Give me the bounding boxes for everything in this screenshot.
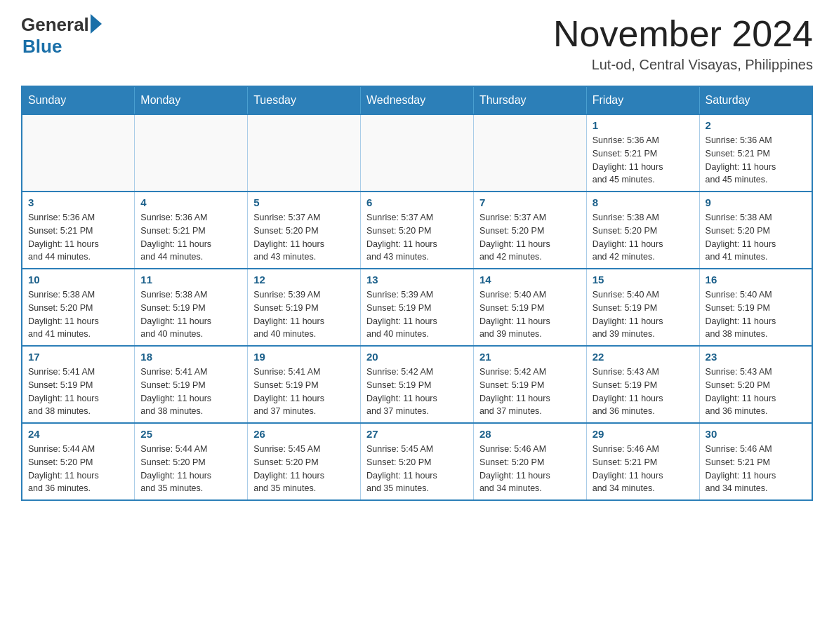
day-number: 25 — [140, 428, 241, 440]
day-info: Sunrise: 5:38 AM Sunset: 5:20 PM Dayligh… — [28, 288, 128, 341]
day-number: 29 — [593, 428, 694, 440]
main-title: November 2024 — [553, 14, 813, 54]
day-info: Sunrise: 5:44 AM Sunset: 5:20 PM Dayligh… — [28, 443, 128, 495]
calendar-cell: 7Sunrise: 5:37 AM Sunset: 5:20 PM Daylig… — [473, 192, 586, 269]
calendar-week-row: 10Sunrise: 5:38 AM Sunset: 5:20 PM Dayli… — [22, 269, 812, 346]
calendar-cell — [22, 114, 135, 192]
calendar-cell: 6Sunrise: 5:37 AM Sunset: 5:20 PM Daylig… — [361, 192, 474, 269]
day-number: 17 — [28, 351, 128, 363]
day-info: Sunrise: 5:42 AM Sunset: 5:19 PM Dayligh… — [366, 365, 468, 418]
day-info: Sunrise: 5:40 AM Sunset: 5:19 PM Dayligh… — [706, 288, 806, 341]
day-number: 19 — [253, 351, 355, 363]
calendar-cell: 2Sunrise: 5:36 AM Sunset: 5:21 PM Daylig… — [699, 114, 812, 192]
calendar-cell: 22Sunrise: 5:43 AM Sunset: 5:19 PM Dayli… — [586, 346, 699, 423]
day-info: Sunrise: 5:36 AM Sunset: 5:21 PM Dayligh… — [706, 134, 806, 187]
day-number: 24 — [28, 428, 128, 440]
calendar-cell — [248, 114, 361, 192]
calendar-cell: 26Sunrise: 5:45 AM Sunset: 5:20 PM Dayli… — [248, 423, 361, 500]
day-number: 13 — [366, 274, 468, 286]
day-number: 27 — [366, 428, 468, 440]
calendar-week-row: 3Sunrise: 5:36 AM Sunset: 5:21 PM Daylig… — [22, 192, 812, 269]
calendar-cell: 10Sunrise: 5:38 AM Sunset: 5:20 PM Dayli… — [22, 269, 135, 346]
day-info: Sunrise: 5:37 AM Sunset: 5:20 PM Dayligh… — [479, 211, 581, 264]
calendar-cell: 3Sunrise: 5:36 AM Sunset: 5:21 PM Daylig… — [22, 192, 135, 269]
day-info: Sunrise: 5:40 AM Sunset: 5:19 PM Dayligh… — [593, 288, 694, 341]
day-info: Sunrise: 5:38 AM Sunset: 5:20 PM Dayligh… — [706, 211, 806, 264]
day-info: Sunrise: 5:36 AM Sunset: 5:21 PM Dayligh… — [28, 211, 128, 264]
day-info: Sunrise: 5:37 AM Sunset: 5:20 PM Dayligh… — [366, 211, 468, 264]
day-info: Sunrise: 5:37 AM Sunset: 5:20 PM Dayligh… — [253, 211, 355, 264]
calendar-cell: 11Sunrise: 5:38 AM Sunset: 5:19 PM Dayli… — [135, 269, 248, 346]
day-number: 1 — [593, 119, 694, 131]
day-number: 11 — [140, 274, 241, 286]
calendar-header-row: SundayMondayTuesdayWednesdayThursdayFrid… — [22, 86, 812, 114]
calendar-cell: 13Sunrise: 5:39 AM Sunset: 5:19 PM Dayli… — [361, 269, 474, 346]
calendar-cell: 19Sunrise: 5:41 AM Sunset: 5:19 PM Dayli… — [248, 346, 361, 423]
page-header: General Blue November 2024 Lut-od, Centr… — [21, 14, 813, 73]
day-number: 4 — [140, 196, 241, 208]
day-number: 8 — [593, 196, 694, 208]
day-number: 26 — [253, 428, 355, 440]
day-info: Sunrise: 5:41 AM Sunset: 5:19 PM Dayligh… — [140, 365, 241, 418]
calendar-cell — [361, 114, 474, 192]
day-info: Sunrise: 5:41 AM Sunset: 5:19 PM Dayligh… — [28, 365, 128, 418]
subtitle: Lut-od, Central Visayas, Philippines — [553, 57, 813, 73]
day-info: Sunrise: 5:41 AM Sunset: 5:19 PM Dayligh… — [253, 365, 355, 418]
day-number: 21 — [479, 351, 581, 363]
day-number: 10 — [28, 274, 128, 286]
day-info: Sunrise: 5:36 AM Sunset: 5:21 PM Dayligh… — [593, 134, 694, 187]
calendar-cell: 24Sunrise: 5:44 AM Sunset: 5:20 PM Dayli… — [22, 423, 135, 500]
day-number: 12 — [253, 274, 355, 286]
day-number: 16 — [706, 274, 806, 286]
calendar-cell: 9Sunrise: 5:38 AM Sunset: 5:20 PM Daylig… — [699, 192, 812, 269]
calendar-day-header: Sunday — [22, 86, 135, 114]
calendar-cell — [135, 114, 248, 192]
calendar-week-row: 24Sunrise: 5:44 AM Sunset: 5:20 PM Dayli… — [22, 423, 812, 500]
logo-general-text: General — [21, 14, 89, 36]
day-number: 23 — [706, 351, 806, 363]
day-number: 15 — [593, 274, 694, 286]
day-info: Sunrise: 5:42 AM Sunset: 5:19 PM Dayligh… — [479, 365, 581, 418]
calendar-week-row: 17Sunrise: 5:41 AM Sunset: 5:19 PM Dayli… — [22, 346, 812, 423]
day-number: 18 — [140, 351, 241, 363]
calendar-cell — [473, 114, 586, 192]
calendar-day-header: Tuesday — [248, 86, 361, 114]
calendar-cell: 27Sunrise: 5:45 AM Sunset: 5:20 PM Dayli… — [361, 423, 474, 500]
logo-blue-text: Blue — [22, 36, 62, 58]
day-number: 22 — [593, 351, 694, 363]
day-info: Sunrise: 5:43 AM Sunset: 5:20 PM Dayligh… — [706, 365, 806, 418]
day-info: Sunrise: 5:46 AM Sunset: 5:20 PM Dayligh… — [479, 443, 581, 495]
calendar-cell: 25Sunrise: 5:44 AM Sunset: 5:20 PM Dayli… — [135, 423, 248, 500]
calendar-cell: 29Sunrise: 5:46 AM Sunset: 5:21 PM Dayli… — [586, 423, 699, 500]
calendar-cell: 21Sunrise: 5:42 AM Sunset: 5:19 PM Dayli… — [473, 346, 586, 423]
calendar-day-header: Wednesday — [361, 86, 474, 114]
calendar-cell: 17Sunrise: 5:41 AM Sunset: 5:19 PM Dayli… — [22, 346, 135, 423]
day-info: Sunrise: 5:46 AM Sunset: 5:21 PM Dayligh… — [706, 443, 806, 495]
calendar-cell: 14Sunrise: 5:40 AM Sunset: 5:19 PM Dayli… — [473, 269, 586, 346]
day-info: Sunrise: 5:40 AM Sunset: 5:19 PM Dayligh… — [479, 288, 581, 341]
day-number: 9 — [706, 196, 806, 208]
calendar-day-header: Saturday — [699, 86, 812, 114]
day-info: Sunrise: 5:39 AM Sunset: 5:19 PM Dayligh… — [253, 288, 355, 341]
calendar-cell: 20Sunrise: 5:42 AM Sunset: 5:19 PM Dayli… — [361, 346, 474, 423]
day-number: 6 — [366, 196, 468, 208]
title-section: November 2024 Lut-od, Central Visayas, P… — [553, 14, 813, 73]
day-number: 5 — [253, 196, 355, 208]
calendar-day-header: Friday — [586, 86, 699, 114]
calendar-cell: 12Sunrise: 5:39 AM Sunset: 5:19 PM Dayli… — [248, 269, 361, 346]
day-info: Sunrise: 5:39 AM Sunset: 5:19 PM Dayligh… — [366, 288, 468, 341]
day-info: Sunrise: 5:46 AM Sunset: 5:21 PM Dayligh… — [593, 443, 694, 495]
day-info: Sunrise: 5:38 AM Sunset: 5:20 PM Dayligh… — [593, 211, 694, 264]
calendar-cell: 1Sunrise: 5:36 AM Sunset: 5:21 PM Daylig… — [586, 114, 699, 192]
calendar-table: SundayMondayTuesdayWednesdayThursdayFrid… — [21, 86, 813, 501]
logo: General Blue — [21, 14, 102, 58]
calendar-cell: 30Sunrise: 5:46 AM Sunset: 5:21 PM Dayli… — [699, 423, 812, 500]
calendar-cell: 4Sunrise: 5:36 AM Sunset: 5:21 PM Daylig… — [135, 192, 248, 269]
day-info: Sunrise: 5:38 AM Sunset: 5:19 PM Dayligh… — [140, 288, 241, 341]
day-info: Sunrise: 5:44 AM Sunset: 5:20 PM Dayligh… — [140, 443, 241, 495]
calendar-day-header: Monday — [135, 86, 248, 114]
calendar-cell: 16Sunrise: 5:40 AM Sunset: 5:19 PM Dayli… — [699, 269, 812, 346]
day-info: Sunrise: 5:43 AM Sunset: 5:19 PM Dayligh… — [593, 365, 694, 418]
calendar-cell: 28Sunrise: 5:46 AM Sunset: 5:20 PM Dayli… — [473, 423, 586, 500]
calendar-cell: 8Sunrise: 5:38 AM Sunset: 5:20 PM Daylig… — [586, 192, 699, 269]
